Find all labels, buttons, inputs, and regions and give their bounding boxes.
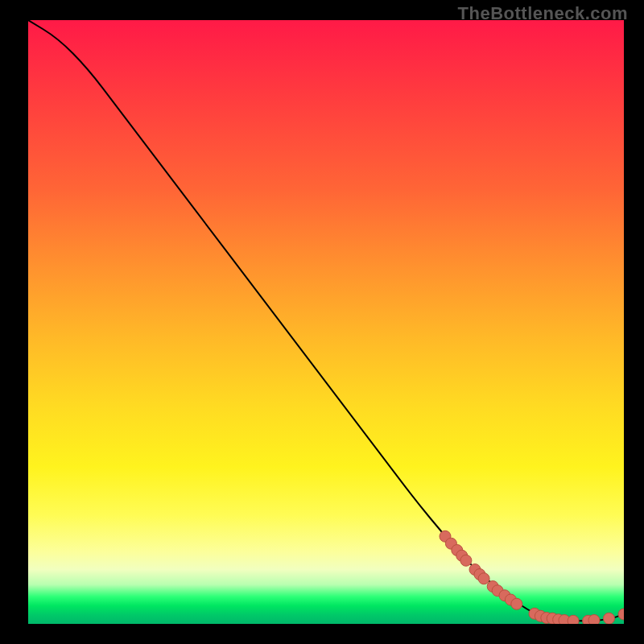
data-marker <box>618 609 624 620</box>
data-marker <box>478 573 489 584</box>
data-marker <box>568 615 579 624</box>
chart-stage: TheBottleneck.com <box>0 0 644 644</box>
curve-layer <box>28 20 624 624</box>
data-marker <box>604 613 615 624</box>
markers-group <box>440 530 624 624</box>
data-marker <box>460 555 472 566</box>
curve-line <box>28 20 624 621</box>
data-marker <box>511 598 522 609</box>
data-marker <box>588 615 600 625</box>
plot-area <box>28 20 624 624</box>
